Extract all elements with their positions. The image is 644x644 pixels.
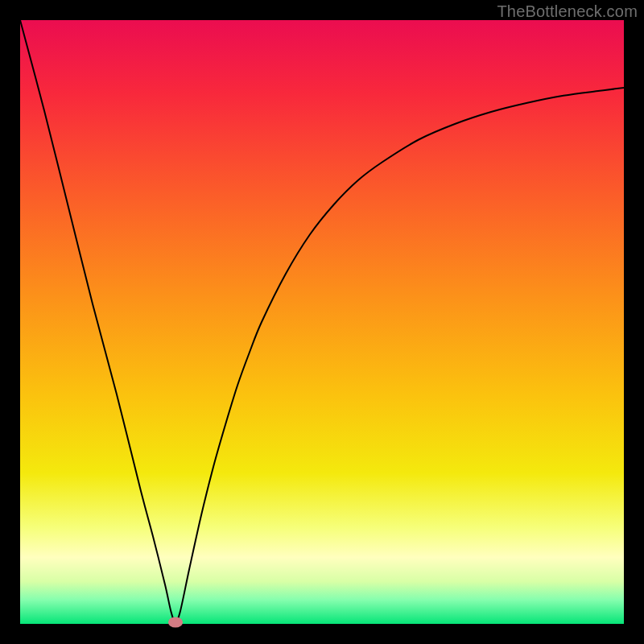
watermark-text: TheBottleneck.com (497, 2, 638, 21)
chart-frame: TheBottleneck.com (0, 0, 644, 644)
curve-layer (20, 20, 624, 624)
bottleneck-curve (20, 20, 624, 622)
minimum-marker (168, 617, 183, 627)
